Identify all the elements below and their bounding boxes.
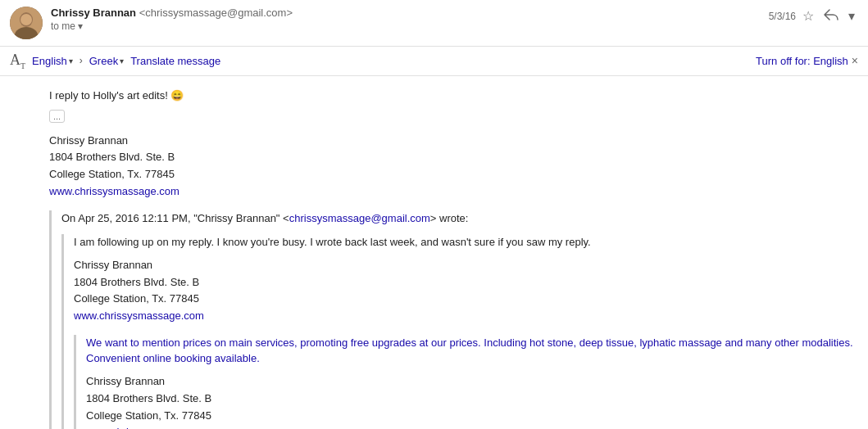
sig1-url[interactable]: www.chrissysmassage.com: [49, 185, 180, 197]
email-header: Chrissy Brannan <chrissysmassage@gmail.c…: [0, 0, 868, 47]
translate-message-link[interactable]: Translate message: [130, 55, 220, 67]
sig3-address2: College Station, Tx. 77845: [86, 408, 855, 425]
sender-email: <chrissysmassage@gmail.com>: [139, 7, 293, 19]
lang-arrow: ›: [80, 55, 83, 66]
reply-button[interactable]: [820, 7, 842, 25]
sender-info: Chrissy Brannan <chrissysmassage@gmail.c…: [51, 7, 769, 32]
signature-block-3: Chrissy Brannan 1804 Brothers Blvd. Ste.…: [86, 373, 855, 429]
sig3-name: Chrissy Brannan: [86, 373, 855, 391]
from-language-button[interactable]: English ▾: [32, 55, 73, 67]
sig2-address2: College Station, Tx. 77845: [74, 291, 855, 308]
services-text: We want to mention prices on main servic…: [86, 335, 855, 367]
signature-block-2: Chrissy Brannan 1804 Brothers Blvd. Ste.…: [74, 257, 855, 325]
email-body: I reply to Holly's art edits! 😄 ... Chri…: [0, 76, 868, 429]
turn-off-link[interactable]: Turn off for: English: [756, 55, 848, 67]
email-date: 5/3/16: [769, 11, 796, 22]
quote-email-link[interactable]: chrissysmassage@gmail.com: [289, 212, 430, 224]
double-nested-quote: We want to mention prices on main servic…: [74, 335, 855, 429]
avatar: [10, 7, 43, 39]
translate-icon: AT: [10, 52, 25, 70]
sig2-address1: 1804 Brothers Blvd. Ste. B: [74, 274, 855, 291]
turn-off-section: Turn off for: English ×: [756, 54, 858, 67]
sig2-name: Chrissy Brannan: [74, 257, 855, 274]
translate-close-button[interactable]: ×: [852, 54, 858, 67]
sig3-url[interactable]: www.chrissysmassage.com: [86, 426, 216, 429]
more-button[interactable]: ▾: [845, 7, 858, 25]
quote-intro: On Apr 25, 2016 12:11 PM, "Chrissy Brann…: [61, 210, 855, 227]
to-language-button[interactable]: Greek ▾: [89, 55, 124, 67]
sig3-address1: 1804 Brothers Blvd. Ste. B: [86, 391, 855, 408]
quoted-block-1: On Apr 25, 2016 12:11 PM, "Chrissy Brann…: [49, 210, 855, 429]
star-button[interactable]: ☆: [799, 7, 817, 25]
sig1-address1: 1804 Brothers Blvd. Ste. B: [49, 149, 855, 166]
nested-quote-1: I am following up on my reply. I know yo…: [61, 234, 855, 429]
show-more-button[interactable]: ...: [49, 110, 65, 123]
to-me-line: to me ▾: [51, 20, 769, 32]
sender-name: Chrissy Brannan: [51, 7, 136, 19]
svg-point-3: [20, 14, 32, 25]
follow-up-text: I am following up on my reply. I know yo…: [74, 234, 855, 251]
sig1-address2: College Station, Tx. 77845: [49, 166, 855, 183]
header-actions: 5/3/16 ☆ ▾: [769, 7, 858, 25]
to-dropdown[interactable]: ▾: [78, 20, 83, 32]
signature-block-1: Chrissy Brannan 1804 Brothers Blvd. Ste.…: [49, 133, 855, 201]
translate-bar: AT English ▾ › Greek ▾ Translate message…: [0, 47, 868, 76]
sig1-name: Chrissy Brannan: [49, 133, 855, 150]
reply-intro: I reply to Holly's art edits! 😄: [49, 89, 855, 102]
sig2-url[interactable]: www.chrissysmassage.com: [74, 309, 204, 322]
